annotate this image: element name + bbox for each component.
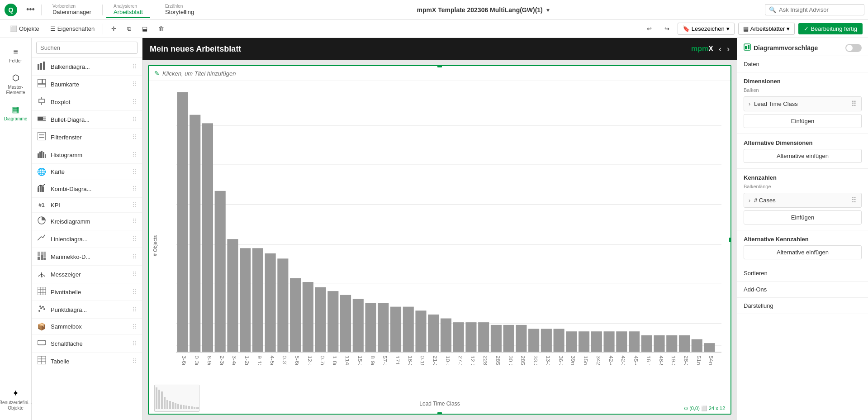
addons-item[interactable]: Add-Ons	[737, 282, 868, 298]
qlik-logo[interactable]: Q	[4, 3, 18, 17]
objekte-button[interactable]: ⬜ Objekte	[5, 23, 44, 34]
filter-drag[interactable]: ⠿	[132, 134, 137, 141]
chart-item-pivottabelle[interactable]: Pivottabelle ⠿	[32, 283, 142, 301]
svg-rect-82	[378, 303, 389, 352]
canvas-next-button[interactable]: ›	[727, 44, 730, 54]
alt-dimension-insert-button[interactable]: Alternative einfügen	[744, 149, 862, 163]
chart-item-tabelle[interactable]: Tabelle ⠿	[32, 353, 142, 370]
sidebar-item-master[interactable]: ⬡ Master-Elemente	[2, 69, 29, 99]
histogramm-name: Histogramm	[51, 152, 82, 158]
sidebar-item-diagramme[interactable]: ▦ Diagramme	[2, 101, 29, 125]
chart-item-histogramm[interactable]: Histogramm ⠿	[32, 146, 142, 164]
kombi-drag[interactable]: ⠿	[132, 185, 137, 192]
chart-item-kreis[interactable]: Kreisdiagramm ⠿	[32, 213, 142, 230]
sidebar-item-felder[interactable]: ≡ Felder	[2, 43, 29, 67]
filter-name: Filterfenster	[51, 134, 82, 141]
eigenschaften-button[interactable]: ☰ Eigenschaften	[46, 23, 99, 34]
chart-item-balken[interactable]: Balkendiagra... ⠿	[32, 58, 142, 76]
nav-center: mpmX Template 202306 MultiLang(GW)(1) ▾	[203, 6, 763, 14]
chart-item-kombi[interactable]: Kombi-Diagra... ⠿	[32, 180, 142, 198]
dimension-drag-handle[interactable]: ⠿	[851, 100, 857, 108]
chart-item-karte[interactable]: 🌐 Karte ⠿	[32, 164, 142, 180]
kennzahl-insert-button[interactable]: Einfügen	[744, 210, 862, 224]
svg-rect-68	[202, 123, 213, 352]
punkt-drag[interactable]: ⠿	[132, 306, 137, 313]
kreis-icon	[37, 216, 46, 226]
chart-title-bar[interactable]: ✎ Klicken, um Titel hinzufügen	[149, 66, 730, 81]
nav-more-button[interactable]: •••	[24, 3, 38, 16]
nav-datenmanager-sub: Vorbereiten	[52, 4, 91, 9]
kpi-drag[interactable]: ⠿	[132, 201, 137, 209]
balken-drag[interactable]: ⠿	[132, 63, 137, 70]
histogramm-drag[interactable]: ⠿	[132, 151, 137, 158]
bullet-drag[interactable]: ⠿	[132, 116, 137, 123]
resize-handle-top[interactable]	[437, 65, 442, 67]
nav-arbeitsblatt[interactable]: Analysieren Arbeitsblatt	[106, 2, 150, 18]
sammelbox-drag[interactable]: ⠿	[132, 323, 137, 330]
svg-rect-88	[453, 322, 464, 352]
kennzahl-cases[interactable]: › # Cases ⠿	[744, 193, 862, 208]
tabelle-drag[interactable]: ⠿	[132, 358, 137, 365]
svg-rect-160	[172, 402, 174, 409]
svg-text:15-18m: 15-18m	[357, 355, 363, 365]
nav-datenmanager[interactable]: Vorbereiten Datenmanager	[45, 2, 99, 18]
darstellung-item[interactable]: Darstellung	[737, 298, 868, 314]
chart-item-punkt[interactable]: Punktdiagra... ⠿	[32, 301, 142, 319]
schaltflaeche-drag[interactable]: ⠿	[132, 340, 137, 347]
redo-button[interactable]: ↪	[660, 23, 674, 34]
panel-search-input[interactable]	[36, 42, 138, 54]
boxplot-drag[interactable]: ⠿	[132, 98, 137, 105]
chart-item-balken-left: Balkendiagra...	[37, 62, 90, 72]
baumkarte-drag[interactable]: ⠿	[132, 81, 137, 88]
resize-handle-right[interactable]	[729, 238, 731, 242]
svg-rect-3	[40, 63, 42, 70]
copy-button[interactable]: ⧉	[123, 23, 136, 35]
messzeiger-drag[interactable]: ⠿	[132, 271, 137, 278]
suggestions-toggle[interactable]	[845, 44, 862, 52]
marimekko-drag[interactable]: ⠿	[132, 253, 137, 260]
chart-item-bullet[interactable]: Bullet-Diagra... ⠿	[32, 111, 142, 129]
undo-button[interactable]: ↩	[642, 23, 656, 34]
chart-item-linien[interactable]: Liniendiagra... ⠿	[32, 230, 142, 248]
delete-button[interactable]: 🗑	[154, 23, 169, 34]
chart-item-kpi[interactable]: #1 KPI ⠿	[32, 198, 142, 213]
sortieren-item[interactable]: Sortieren	[737, 265, 868, 282]
chart-item-filter[interactable]: Filterfenster ⠿	[32, 129, 142, 146]
svg-text:48-51m: 48-51m	[658, 355, 664, 365]
chart-item-baumkarte[interactable]: Baumkarte ⠿	[32, 76, 142, 93]
svg-rect-70	[227, 239, 238, 352]
insight-advisor-search[interactable]: 🔍	[765, 4, 864, 15]
paste-icon: ⬓	[142, 25, 147, 32]
lesezeichen-button[interactable]: 🔖 Lesezeichen ▾	[678, 23, 735, 35]
canvas-prev-button[interactable]: ‹	[719, 44, 721, 54]
nav-storytelling[interactable]: Erzählen Storytelling	[158, 2, 201, 18]
resize-handle-bottom[interactable]	[437, 412, 442, 415]
arbeitsblatt-button[interactable]: ▤ Arbeitsblätter ▾	[738, 23, 795, 35]
chart-item-sammelbox[interactable]: 📦 Sammelbox ⠿	[32, 319, 142, 335]
messzeiger-name: Messzeiger	[51, 271, 81, 278]
dimension-lead-time-class[interactable]: › Lead Time Class ⠿	[744, 96, 862, 111]
svg-point-41	[38, 310, 40, 312]
chart-item-marimekko[interactable]: Marimekko-D... ⠿	[32, 248, 142, 266]
chart-item-schaltflaeche[interactable]: Schaltfläche ⠿	[32, 335, 142, 353]
pivottabelle-drag[interactable]: ⠿	[132, 288, 137, 296]
linien-drag[interactable]: ⠿	[132, 235, 137, 243]
chart-widget[interactable]: ✎ Klicken, um Titel hinzufügen # Objects	[148, 65, 731, 415]
kennzahl-drag-handle[interactable]: ⠿	[851, 196, 857, 205]
bearbeitung-button[interactable]: ✓ Bearbeitung fertig	[798, 23, 863, 34]
bearbeitung-label: Bearbeitung fertig	[811, 25, 857, 32]
karte-drag[interactable]: ⠿	[132, 168, 137, 176]
chart-item-messzeiger[interactable]: Messzeiger ⠿	[32, 266, 142, 283]
filter-icon	[37, 132, 46, 142]
kreis-drag[interactable]: ⠿	[132, 218, 137, 225]
add-object-button[interactable]: ✛	[107, 23, 121, 34]
alt-kennzahl-insert-button[interactable]: Alternative einfügen	[744, 245, 862, 259]
search-input[interactable]	[779, 6, 860, 13]
sidebar-item-benutzerdefiniert[interactable]: ✦ Benutzerdefini... Objekte	[2, 385, 29, 415]
paste-button[interactable]: ⬓	[138, 23, 152, 34]
chart-item-boxplot[interactable]: Boxplot ⠿	[32, 93, 142, 111]
svg-rect-81	[365, 303, 376, 352]
daten-link[interactable]: Daten	[737, 56, 868, 72]
app-title-dropdown[interactable]: ▾	[546, 6, 550, 14]
dimension-insert-button[interactable]: Einfügen	[744, 114, 862, 128]
